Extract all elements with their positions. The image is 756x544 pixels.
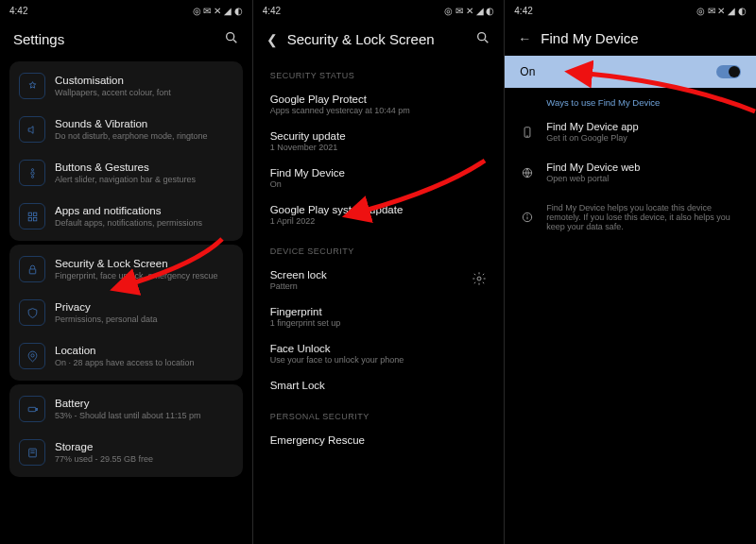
row-subtitle: 1 fingerprint set up (270, 318, 488, 328)
row-title: Security & Lock Screen (55, 257, 235, 270)
status-time: 4:42 (263, 6, 281, 16)
svg-point-0 (226, 33, 233, 41)
back-icon[interactable]: ← (518, 31, 531, 46)
row-title: Google Play Protect (270, 94, 488, 105)
row-title: Find My Device (270, 167, 488, 178)
lock-icon (19, 256, 45, 282)
svg-rect-8 (33, 217, 36, 220)
status-icons: ◎ ✉ ✕ ◢ ◐ (696, 6, 747, 16)
settings-group: Battery 53% - Should last until about 11… (9, 384, 243, 477)
row-subtitle: Pattern (270, 281, 472, 291)
svg-point-3 (31, 168, 33, 170)
row-subtitle: Open web portal (546, 174, 741, 183)
section-header: DEVICE SECURITY (257, 233, 501, 262)
svg-point-16 (478, 33, 486, 41)
security-row[interactable]: Google Play ProtectApps scanned yesterca… (257, 86, 501, 123)
row-title: Find My Device web (546, 162, 741, 173)
security-row[interactable]: Screen lockPattern (257, 262, 501, 298)
search-icon[interactable] (475, 30, 490, 48)
phone-settings: 4:42 ◎ ✉ ✕ ◢ ◐ Settings Customisation Wa… (0, 0, 252, 544)
status-time: 4:42 (9, 6, 27, 16)
status-icons: ◎ ✉ ✕ ◢ ◐ (193, 6, 243, 16)
row-subtitle: Wallpapers, accent colour, font (55, 88, 235, 98)
header: ❮ Security & Lock Screen (253, 21, 505, 58)
buttons-icon (19, 160, 45, 186)
toggle-switch[interactable] (716, 65, 741, 78)
settings-row-battery[interactable]: Battery 53% - Should last until about 11… (9, 387, 243, 431)
svg-rect-6 (33, 212, 36, 215)
security-row[interactable]: Security update1 November 2021 (257, 123, 501, 160)
row-subtitle: Default apps, notifications, permissions (55, 218, 235, 229)
settings-row-buttons[interactable]: Buttons & Gestures Alert slider, navigat… (9, 151, 243, 195)
row-title: Screen lock (270, 269, 472, 280)
row-title: Google Play system update (270, 204, 488, 215)
gear-icon[interactable] (472, 271, 487, 290)
apps-icon (19, 203, 45, 230)
page-title: Security & Lock Screen (287, 31, 467, 47)
settings-row-apps[interactable]: Apps and notifications Default apps, not… (9, 195, 243, 238)
globe-icon (520, 166, 535, 179)
row-subtitle: Use your face to unlock your phone (270, 355, 488, 365)
svg-point-2 (30, 171, 33, 174)
svg-point-4 (31, 176, 33, 178)
row-subtitle: Fingerprint, face unlock, emergency resc… (55, 271, 235, 281)
toggle-row[interactable]: On (505, 56, 756, 88)
battery-icon (19, 396, 45, 422)
security-row[interactable]: Find My DeviceOn (257, 160, 501, 196)
row-title: Buttons & Gestures (55, 161, 235, 174)
fmd-row[interactable]: Find My Device app Get it on Google Play (505, 111, 756, 152)
page-title: Settings (13, 31, 215, 47)
svg-point-18 (477, 277, 481, 280)
customisation-icon (19, 73, 45, 99)
settings-row-lock[interactable]: Security & Lock Screen Fingerprint, face… (9, 247, 243, 291)
security-row[interactable]: Face UnlockUse your face to unlock your … (257, 335, 501, 372)
svg-rect-12 (36, 408, 37, 410)
status-bar: 4:42 ◎ ✉ ✕ ◢ ◐ (505, 0, 756, 21)
phone-findmydevice: 4:42 ◎ ✉ ✕ ◢ ◐ ← Find My Device On Ways … (504, 0, 756, 544)
settings-row-location[interactable]: Location On · 28 apps have access to loc… (9, 334, 243, 378)
toggle-label: On (520, 65, 705, 78)
status-bar: 4:42 ◎ ✉ ✕ ◢ ◐ (0, 0, 252, 21)
settings-row-privacy[interactable]: Privacy Permissions, personal data (9, 291, 243, 334)
security-row[interactable]: Fingerprint1 fingerprint set up (257, 298, 501, 335)
row-title: Apps and notifications (55, 204, 235, 217)
header: ← Find My Device (505, 21, 756, 56)
section-header: PERSONAL SECURITY (257, 399, 501, 427)
row-subtitle: Apps scanned yestercay at 10:44 pm (270, 106, 488, 115)
row-subtitle: 1 April 2022 (270, 216, 488, 226)
row-subtitle: Do not disturb, earphone mode, ringtone (55, 131, 235, 142)
security-row[interactable]: Emergency Rescue (257, 427, 501, 453)
info-icon (520, 211, 535, 224)
svg-rect-7 (28, 217, 31, 220)
settings-row-sounds[interactable]: Sounds & Vibration Do not disturb, earph… (9, 108, 243, 151)
status-icons: ◎ ✉ ✕ ◢ ◐ (444, 6, 494, 16)
security-row[interactable]: Smart Lock (257, 372, 501, 399)
ways-header: Ways to use Find My Device (505, 88, 756, 111)
settings-group: Security & Lock Screen Fingerprint, face… (9, 245, 243, 381)
status-bar: 4:42 ◎ ✉ ✕ ◢ ◐ (253, 0, 505, 21)
fmd-row[interactable]: Find My Device web Open web portal (505, 152, 756, 193)
row-title: Smart Lock (270, 380, 488, 391)
status-time: 4:42 (514, 6, 532, 16)
row-subtitle: Alert slider, navigation bar & gestures (55, 175, 235, 185)
settings-row-storage[interactable]: Storage 77% used - 29.55 GB free (9, 431, 243, 474)
svg-rect-11 (28, 407, 36, 411)
svg-line-17 (485, 40, 488, 42)
settings-row-customisation[interactable]: Customisation Wallpapers, accent colour,… (9, 64, 243, 108)
settings-group: Customisation Wallpapers, accent colour,… (9, 61, 243, 241)
row-title: Battery (55, 397, 235, 410)
search-icon[interactable] (224, 30, 239, 48)
security-list[interactable]: SECURITY STATUS Google Play ProtectApps … (253, 58, 505, 544)
row-subtitle: On (270, 179, 488, 189)
back-icon[interactable]: ❮ (266, 32, 278, 47)
row-title: Location (55, 344, 235, 357)
settings-list[interactable]: Customisation Wallpapers, accent colour,… (0, 58, 252, 544)
svg-point-24 (527, 214, 528, 215)
svg-point-10 (30, 353, 33, 356)
section-header: SECURITY STATUS (257, 58, 501, 86)
row-title: Emergency Rescue (270, 434, 488, 446)
row-title: Fingerprint (270, 306, 488, 317)
svg-line-1 (233, 40, 236, 42)
security-row[interactable]: Google Play system update1 April 2022 (257, 196, 501, 233)
row-subtitle: On · 28 apps have access to location (55, 358, 235, 368)
